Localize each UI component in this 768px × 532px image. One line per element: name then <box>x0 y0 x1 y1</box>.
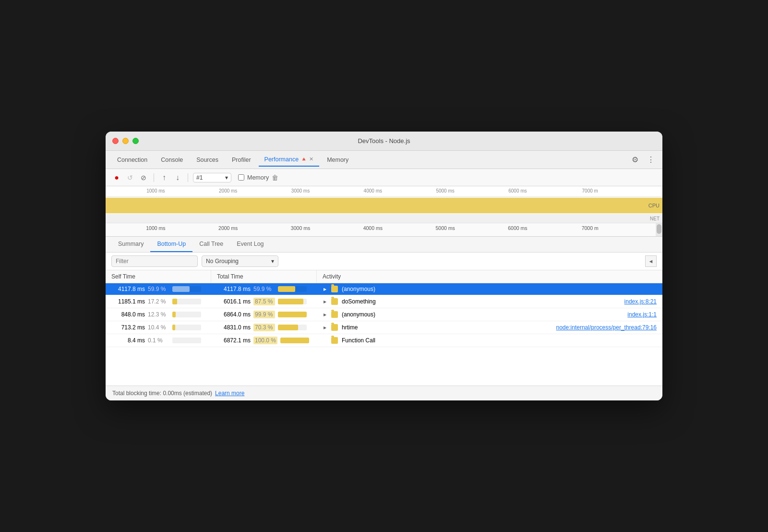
cpu-label: CPU <box>648 203 660 208</box>
expander-2[interactable]: ▶ <box>323 312 327 317</box>
collapse-button[interactable]: ◄ <box>645 255 657 267</box>
timeline-scrollbar[interactable] <box>657 224 661 234</box>
total-time-cell-4: 6872.1 ms 100.0 % <box>211 334 317 347</box>
total-time-cell-2: 6864.0 ms 99.9 % <box>211 308 317 321</box>
memory-checkbox[interactable] <box>238 174 244 181</box>
ruler2-tick-2: 2000 ms <box>218 225 238 231</box>
col-activity[interactable]: Activity <box>317 270 662 283</box>
ruler-tick-4: 4000 ms <box>364 188 382 193</box>
tab-connection[interactable]: Connection <box>111 154 153 166</box>
tab-sources[interactable]: Sources <box>191 154 224 166</box>
cpu-bar: CPU <box>106 197 662 214</box>
toolbar-divider-2 <box>188 173 188 182</box>
col-self-time[interactable]: Self Time <box>106 270 211 283</box>
tab-call-tree[interactable]: Call Tree <box>192 237 230 252</box>
folder-icon-4 <box>331 337 338 344</box>
ruler-tick-1: 1000 ms <box>146 188 165 193</box>
activity-link-1[interactable]: index.js:8:21 <box>624 298 657 305</box>
filter-input[interactable] <box>111 255 198 267</box>
tab-memory[interactable]: Memory <box>321 154 354 166</box>
activity-link-2[interactable]: index.js:1:1 <box>627 311 657 318</box>
total-time-cell-0: 4117.8 ms 59.9 % <box>211 283 317 295</box>
ruler2-tick-1: 1000 ms <box>146 225 165 231</box>
tab-console[interactable]: Console <box>155 154 189 166</box>
ruler2-tick-3: 3000 ms <box>291 225 310 231</box>
self-time-cell-4: 8.4 ms 0.1 % <box>106 335 211 346</box>
folder-icon-0 <box>331 286 338 292</box>
ruler2-tick-6: 6000 ms <box>508 225 527 231</box>
devtools-window: DevTools - Node.js Connection Console So… <box>106 132 662 400</box>
minimize-button[interactable] <box>122 138 129 144</box>
timeline-ruler-bottom: 1000 ms 2000 ms 3000 ms 4000 ms 5000 ms … <box>106 223 662 236</box>
titlebar: DevTools - Node.js <box>106 132 662 151</box>
grouping-select[interactable]: No Grouping ▾ <box>202 255 278 267</box>
toolbar: ● ↺ ⊘ ↑ ↓ #1 ▾ Memory 🗑 <box>106 169 662 186</box>
activity-cell-1: ▶ doSomething index.js:8:21 <box>317 296 662 307</box>
ruler-tick-7: 7000 m <box>582 188 598 193</box>
download-button[interactable]: ↓ <box>172 172 183 183</box>
performance-tab-close[interactable]: ✕ <box>309 156 313 162</box>
table-row[interactable]: 1185.1 ms 17.2 % 6016.1 ms 87.5 % ▶ doSo… <box>106 295 662 308</box>
nav-actions: ⚙ ⋮ <box>630 153 657 166</box>
filter-bar: No Grouping ▾ ◄ <box>106 253 662 270</box>
ruler-tick-3: 3000 ms <box>291 188 310 193</box>
table-empty-space <box>106 347 662 386</box>
upload-button[interactable]: ↑ <box>159 172 169 183</box>
col-total-time[interactable]: Total Time <box>211 270 317 283</box>
stop-button[interactable]: ⊘ <box>138 172 149 183</box>
clear-button[interactable]: 🗑 <box>272 174 278 181</box>
table-row[interactable]: 713.2 ms 10.4 % 4831.0 ms 70.3 % ▶ hrtim… <box>106 321 662 334</box>
traffic-lights <box>112 138 139 144</box>
tab-bottom-up[interactable]: Bottom-Up <box>150 237 192 252</box>
toolbar-divider-1 <box>154 173 154 182</box>
expander-1[interactable]: ▶ <box>323 299 327 304</box>
table-row[interactable]: 4117.8 ms 59.9 % 4117.8 ms 59.9 % ▶ (ano… <box>106 283 662 295</box>
total-time-cell-1: 6016.1 ms 87.5 % <box>211 295 317 308</box>
net-label: NET <box>650 216 660 221</box>
timeline-ruler-top: 1000 ms 2000 ms 3000 ms 4000 ms 5000 ms … <box>106 186 662 197</box>
ruler2-tick-5: 5000 ms <box>435 225 455 231</box>
timeline-area: 1000 ms 2000 ms 3000 ms 4000 ms 5000 ms … <box>106 186 662 237</box>
activity-cell-4: ▶ Function Call <box>317 335 662 346</box>
expander-0[interactable]: ▶ <box>323 287 327 291</box>
grouping-dropdown-icon: ▾ <box>271 258 274 265</box>
net-bar: NET <box>106 214 662 223</box>
ruler2-tick-4: 4000 ms <box>363 225 383 231</box>
tab-summary[interactable]: Summary <box>111 237 150 252</box>
total-time-cell-3: 4831.0 ms 70.3 % <box>211 321 317 334</box>
learn-more-link[interactable]: Learn more <box>215 390 244 397</box>
activity-link-3[interactable]: node:internal/process/per_thread:79:16 <box>556 324 657 331</box>
folder-icon-1 <box>331 298 338 305</box>
bottom-tabs: Summary Bottom-Up Call Tree Event Log <box>106 237 662 253</box>
profile-dropdown-icon: ▾ <box>225 174 228 181</box>
tab-performance[interactable]: Performance 🔺 ✕ <box>259 153 320 167</box>
record-button[interactable]: ● <box>111 172 122 183</box>
ruler-tick-5: 5000 ms <box>436 188 454 193</box>
table-row[interactable]: 8.4 ms 0.1 % 6872.1 ms 100.0 % ▶ Functio… <box>106 334 662 347</box>
status-text: Total blocking time: 0.00ms (estimated) <box>112 390 212 397</box>
close-button[interactable] <box>112 138 119 144</box>
table-row[interactable]: 848.0 ms 12.3 % 6864.0 ms 99.9 % ▶ (anon… <box>106 308 662 321</box>
settings-icon[interactable]: ⚙ <box>630 153 640 166</box>
activity-cell-0: ▶ (anonymous) <box>317 283 662 295</box>
maximize-button[interactable] <box>132 138 139 144</box>
ruler-tick-2: 2000 ms <box>219 188 237 193</box>
window-title: DevTools - Node.js <box>358 137 410 145</box>
tab-profiler[interactable]: Profiler <box>226 154 257 166</box>
ruler-tick-6: 6000 ms <box>508 188 527 193</box>
self-time-value-0: 4117.8 ms <box>111 286 145 292</box>
reload-button[interactable]: ↺ <box>125 172 135 183</box>
ruler2-tick-7: 7000 m <box>582 225 599 231</box>
activity-cell-2: ▶ (anonymous) index.js:1:1 <box>317 309 662 320</box>
nav-tabs-bar: Connection Console Sources Profiler Perf… <box>106 151 662 169</box>
folder-icon-2 <box>331 311 338 318</box>
performance-tab-icon: 🔺 <box>300 156 307 162</box>
memory-checkbox-label[interactable]: Memory <box>238 174 269 181</box>
tab-event-log[interactable]: Event Log <box>230 237 270 252</box>
profile-selector[interactable]: #1 ▾ <box>193 173 231 182</box>
activity-cell-3: ▶ hrtime node:internal/process/per_threa… <box>317 322 662 333</box>
expander-3[interactable]: ▶ <box>323 325 327 330</box>
folder-icon-3 <box>331 324 338 331</box>
more-icon[interactable]: ⋮ <box>645 153 657 166</box>
status-bar: Total blocking time: 0.00ms (estimated) … <box>106 386 662 400</box>
